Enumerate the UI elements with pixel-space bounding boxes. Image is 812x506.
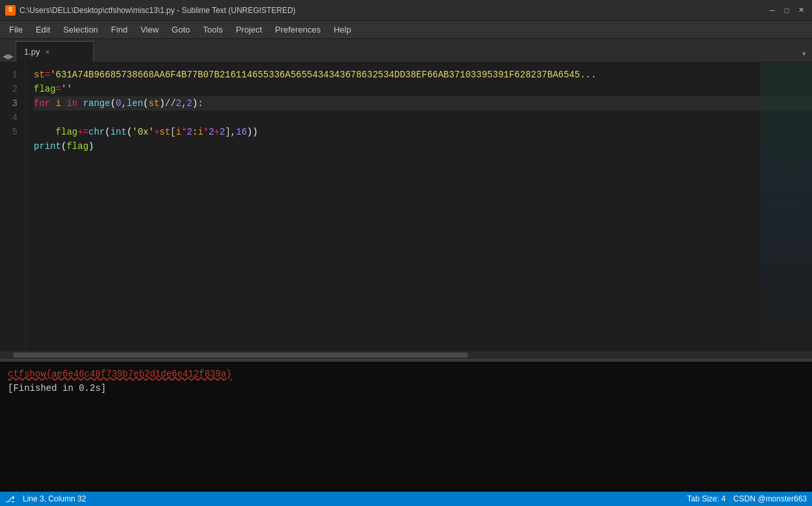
status-tab-size[interactable]: Tab Size: 4	[687, 494, 726, 503]
code-section: 1 2 3 4 5 st='631A74B96685738668AA6F4B77…	[0, 62, 812, 351]
code-line-4: flag+=chr(int('0x'+st[i*2:i*2+2],16))	[34, 127, 258, 137]
menu-tools[interactable]: Tools	[196, 22, 229, 37]
menu-project[interactable]: Project	[229, 22, 268, 37]
code-line-2: flag=''	[34, 84, 72, 94]
output-flag-text: ctfshow{ae6e46c48f739b7eb2d1de6e412f839a…	[8, 369, 231, 379]
output-finished-line: [Finished in 0.2s]	[8, 381, 804, 395]
horizontal-scrollbar[interactable]	[0, 351, 812, 359]
output-flag-line: ctfshow{ae6e46c48f739b7eb2d1de6e412f839a…	[8, 367, 804, 381]
code-line-5: print(flag)	[34, 141, 94, 152]
tab-nav-forward[interactable]: ▶	[8, 51, 13, 62]
menu-preferences[interactable]: Preferences	[268, 22, 327, 37]
line-num-2: 2	[5, 82, 18, 96]
close-window-button[interactable]: ✕	[795, 5, 807, 16]
line-numbers: 1 2 3 4 5	[0, 62, 26, 351]
menu-edit[interactable]: Edit	[29, 22, 57, 37]
scroll-thumb[interactable]	[13, 353, 468, 358]
menu-file[interactable]: File	[3, 22, 29, 37]
status-position[interactable]: Line 3, Column 32	[23, 494, 86, 503]
line-num-1: 1	[5, 68, 18, 82]
line-num-4: 4	[5, 111, 18, 125]
menu-goto[interactable]: Goto	[165, 22, 196, 37]
line-num-3: 3	[5, 96, 18, 111]
window-title: C:\Users\DELL\Desktop\ctfshow\misc13\1.p…	[20, 6, 766, 15]
status-left: ⎇ Line 3, Column 32	[5, 494, 86, 504]
menu-find[interactable]: Find	[105, 22, 134, 37]
output-panel: ctfshow{ae6e46c48f739b7eb2d1de6e412f839a…	[0, 362, 812, 492]
tab-filename: 1.py	[24, 47, 40, 57]
status-right: Tab Size: 4 CSDN @monster663	[687, 494, 807, 503]
menu-help[interactable]: Help	[327, 22, 358, 37]
status-icon-git: ⎇	[5, 494, 15, 504]
maximize-button[interactable]: □	[781, 5, 792, 16]
tab-nav-back[interactable]: ◀	[3, 51, 8, 62]
title-bar: S C:\Users\DELL\Desktop\ctfshow\misc13\1…	[0, 0, 812, 21]
minimize-button[interactable]: ─	[766, 5, 778, 16]
minimap	[760, 62, 812, 351]
app-icon: S	[5, 5, 16, 16]
window-controls: ─ □ ✕	[766, 5, 807, 16]
menu-selection[interactable]: Selection	[57, 22, 104, 37]
output-finished-text: [Finished in 0.2s]	[8, 383, 106, 393]
tab-close-button[interactable]: ×	[46, 47, 50, 57]
tab-bar: ◀ ▶ 1.py × ▾	[0, 39, 812, 62]
tab-nav-left: ◀ ▶	[0, 51, 16, 62]
code-line-1: st='631A74B96685738668AA6F4B77B07B216114…	[34, 70, 596, 80]
active-tab[interactable]: 1.py ×	[16, 41, 94, 62]
code-line-3: for i in range(0,len(st)//2,2):	[34, 96, 812, 111]
status-bar: ⎇ Line 3, Column 32 Tab Size: 4 CSDN @mo…	[0, 492, 812, 506]
line-num-5: 5	[5, 125, 18, 139]
editor-area: 1 2 3 4 5 st='631A74B96685738668AA6F4B77…	[0, 62, 812, 492]
status-extra: CSDN @monster663	[733, 494, 807, 503]
code-editor[interactable]: st='631A74B96685738668AA6F4B77B07B216114…	[26, 62, 812, 351]
menu-view[interactable]: View	[134, 22, 165, 37]
menu-bar: File Edit Selection Find View Goto Tools…	[0, 21, 812, 39]
tab-list-dropdown[interactable]: ▾	[802, 48, 807, 59]
